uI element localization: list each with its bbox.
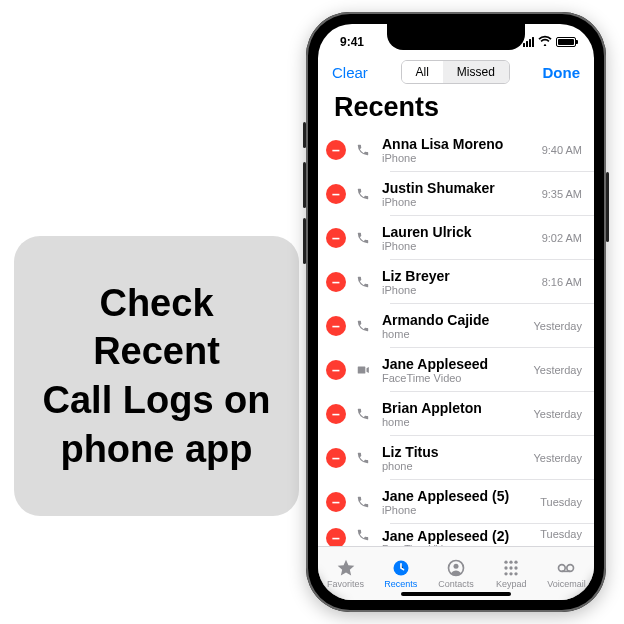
delete-icon[interactable]: – xyxy=(326,228,346,248)
call-row[interactable]: –Jane AppleseedFaceTime VideoYesterday xyxy=(318,348,594,392)
svg-point-9 xyxy=(505,572,508,575)
phone-outgoing-icon xyxy=(356,319,372,333)
phone-outgoing-icon xyxy=(356,187,372,201)
signal-icon xyxy=(523,37,534,47)
phone-outgoing-icon xyxy=(356,495,372,509)
volume-up-button xyxy=(303,162,306,208)
voicemail-icon xyxy=(556,558,576,578)
tab-recents-label: Recents xyxy=(384,579,417,589)
delete-icon[interactable]: – xyxy=(326,448,346,468)
clock-icon xyxy=(391,558,411,578)
call-name: Liz Titus xyxy=(382,444,533,460)
call-name: Liz Breyer xyxy=(382,268,542,284)
call-name: Jane Appleseed (2) xyxy=(382,528,540,544)
volume-down-button xyxy=(303,218,306,264)
call-info: Liz BreyeriPhone xyxy=(382,268,542,296)
delete-icon[interactable]: – xyxy=(326,316,346,336)
call-info: Anna Lisa MorenoiPhone xyxy=(382,136,542,164)
call-info: Lauren UlrickiPhone xyxy=(382,224,542,252)
caption-box: CheckRecentCall Logs onphone app xyxy=(14,236,299,516)
tab-voicemail-label: Voicemail xyxy=(547,579,586,589)
tab-favorites[interactable]: Favorites xyxy=(318,547,373,600)
delete-icon[interactable]: – xyxy=(326,492,346,512)
call-time: Yesterday xyxy=(533,364,594,376)
tab-voicemail[interactable]: Voicemail xyxy=(539,547,594,600)
call-row[interactable]: –Brian AppletonhomeYesterday xyxy=(318,392,594,436)
tab-keypad-label: Keypad xyxy=(496,579,527,589)
phone-frame: 9:41 Clear All Missed Done Recents –Anna… xyxy=(306,12,606,612)
call-time: Yesterday xyxy=(533,320,594,332)
delete-icon[interactable]: – xyxy=(326,360,346,380)
call-row[interactable]: –Lauren UlrickiPhone9:02 AM xyxy=(318,216,594,260)
delete-icon[interactable]: – xyxy=(326,528,346,546)
call-time: Yesterday xyxy=(533,408,594,420)
clear-button[interactable]: Clear xyxy=(332,64,368,81)
wifi-icon xyxy=(538,35,552,48)
call-info: Jane Appleseed (2)FaceTime Video xyxy=(382,528,540,546)
call-time: Yesterday xyxy=(533,452,594,464)
call-row[interactable]: –Justin ShumakeriPhone9:35 AM xyxy=(318,172,594,216)
call-sub: iPhone xyxy=(382,284,542,296)
svg-point-7 xyxy=(510,566,513,569)
phone-outgoing-icon xyxy=(356,143,372,157)
call-sub: iPhone xyxy=(382,240,542,252)
call-sub: home xyxy=(382,328,533,340)
call-time: Tuesday xyxy=(540,528,594,540)
call-row[interactable]: –Jane Appleseed (5)iPhoneTuesday xyxy=(318,480,594,524)
delete-icon[interactable]: – xyxy=(326,404,346,424)
call-info: Justin ShumakeriPhone xyxy=(382,180,542,208)
phone-outgoing-icon xyxy=(356,231,372,245)
svg-point-4 xyxy=(510,561,513,564)
video-icon xyxy=(356,363,372,377)
home-indicator[interactable] xyxy=(401,592,511,596)
segmented-control[interactable]: All Missed xyxy=(401,60,510,84)
call-row[interactable]: –Armando CajidehomeYesterday xyxy=(318,304,594,348)
recents-list[interactable]: –Anna Lisa MorenoiPhone9:40 AM–Justin Sh… xyxy=(318,128,594,546)
call-name: Lauren Ulrick xyxy=(382,224,542,240)
call-sub: phone xyxy=(382,460,533,472)
call-sub: iPhone xyxy=(382,196,542,208)
call-time: 9:35 AM xyxy=(542,188,594,200)
segment-all[interactable]: All xyxy=(402,61,443,83)
call-sub: iPhone xyxy=(382,504,540,516)
battery-icon xyxy=(556,37,576,47)
svg-point-13 xyxy=(567,565,574,572)
done-button[interactable]: Done xyxy=(543,64,581,81)
call-name: Jane Appleseed xyxy=(382,356,533,372)
delete-icon[interactable]: – xyxy=(326,272,346,292)
svg-point-8 xyxy=(515,566,518,569)
tab-contacts-label: Contacts xyxy=(438,579,474,589)
tab-favorites-label: Favorites xyxy=(327,579,364,589)
mute-switch xyxy=(303,122,306,148)
delete-icon[interactable]: – xyxy=(326,140,346,160)
svg-point-12 xyxy=(559,565,566,572)
call-name: Armando Cajide xyxy=(382,312,533,328)
call-row[interactable]: –Liz TitusphoneYesterday xyxy=(318,436,594,480)
call-name: Jane Appleseed (5) xyxy=(382,488,540,504)
segment-missed[interactable]: Missed xyxy=(443,61,509,83)
call-sub: FaceTime Video xyxy=(382,372,533,384)
phone-screen: 9:41 Clear All Missed Done Recents –Anna… xyxy=(318,24,594,600)
call-time: Tuesday xyxy=(540,496,594,508)
star-icon xyxy=(336,558,356,578)
caption-text: CheckRecentCall Logs onphone app xyxy=(43,279,271,474)
call-time: 8:16 AM xyxy=(542,276,594,288)
call-row[interactable]: –Jane Appleseed (2)FaceTime VideoTuesday xyxy=(318,524,594,546)
call-info: Armando Cajidehome xyxy=(382,312,533,340)
power-button xyxy=(606,172,609,242)
call-sub: home xyxy=(382,416,533,428)
phone-outgoing-icon xyxy=(356,451,372,465)
call-name: Brian Appleton xyxy=(382,400,533,416)
call-row[interactable]: –Liz BreyeriPhone8:16 AM xyxy=(318,260,594,304)
page-title: Recents xyxy=(334,92,439,123)
contact-icon xyxy=(446,558,466,578)
status-right xyxy=(523,36,576,49)
call-info: Brian Appletonhome xyxy=(382,400,533,428)
svg-point-2 xyxy=(454,564,459,569)
call-row[interactable]: –Anna Lisa MorenoiPhone9:40 AM xyxy=(318,128,594,172)
delete-icon[interactable]: – xyxy=(326,184,346,204)
svg-point-5 xyxy=(515,561,518,564)
nav-bar: Clear All Missed Done xyxy=(318,54,594,90)
call-info: Liz Titusphone xyxy=(382,444,533,472)
call-time: 9:40 AM xyxy=(542,144,594,156)
